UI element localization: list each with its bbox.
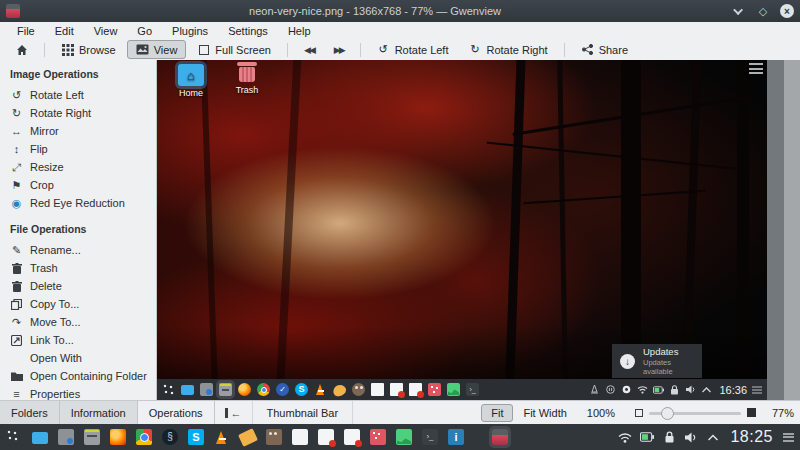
sidebar-rotate-right[interactable]: ↻Rotate Right — [10, 104, 156, 122]
sidebar-crop[interactable]: ⚑Crop — [10, 176, 156, 194]
menu-edit[interactable]: Edit — [46, 24, 83, 38]
rotate-right-icon: ↻ — [10, 107, 23, 120]
titlebar: neon-very-nice.png - 1366x768 - 77% — Gw… — [0, 0, 800, 22]
copy-icon — [10, 299, 23, 310]
slider-handle[interactable] — [661, 407, 674, 420]
info-app-icon[interactable]: i — [448, 429, 464, 445]
vlc-icon[interactable] — [214, 429, 230, 445]
browse-button[interactable]: Browse — [52, 40, 125, 59]
screenshot-tool-icon[interactable] — [58, 429, 74, 445]
tab-information[interactable]: Information — [60, 401, 138, 424]
share-label: Share — [599, 44, 628, 56]
text-document-icon[interactable] — [292, 429, 308, 445]
panel-menu-icon[interactable] — [783, 433, 794, 442]
gwenview-icon[interactable] — [492, 429, 508, 445]
battery-icon — [653, 384, 664, 395]
menu-settings[interactable]: Settings — [219, 24, 277, 38]
menu-go[interactable]: Go — [128, 24, 161, 38]
sidebar-link-to[interactable]: Link To... — [10, 331, 156, 349]
tree-branch — [523, 190, 706, 205]
minimize-button[interactable] — [732, 4, 746, 18]
gimp-icon[interactable] — [266, 429, 282, 445]
chrome-icon[interactable] — [136, 429, 152, 445]
home-button[interactable] — [6, 40, 37, 59]
browse-grid-icon — [61, 43, 74, 56]
share-button[interactable]: Share — [572, 40, 637, 59]
sidebar-item-label: Resize — [30, 161, 64, 173]
sidebar-mirror[interactable]: ↔Mirror — [10, 122, 156, 140]
menu-plugins[interactable]: Plugins — [163, 24, 217, 38]
toolbar-separator — [564, 43, 565, 57]
properties-icon: ≡ — [10, 388, 23, 400]
menu-help[interactable]: Help — [279, 24, 320, 38]
toolbar-separator — [360, 43, 361, 57]
fit-width-button[interactable]: Fit Width — [513, 404, 576, 422]
image-view[interactable]: ⌂ Home Trash ↓ Updates Updates available — [157, 60, 800, 400]
fit-button[interactable]: Fit — [481, 404, 513, 422]
red-eye-icon: ◉ — [10, 197, 23, 210]
sidebar-properties[interactable]: ≡Properties — [10, 385, 156, 400]
tab-label: Information — [71, 407, 126, 419]
tab-label: Folders — [11, 407, 48, 419]
network-icon[interactable] — [618, 430, 632, 444]
volume-icon[interactable] — [684, 430, 698, 444]
next-image-button[interactable]: ▶▶ — [325, 40, 353, 59]
banana-app-icon — [331, 382, 347, 397]
main-toolbar: Browse View Full Screen ◀◀ ▶▶ ↺ Rotate L… — [0, 39, 800, 60]
caret-up-icon[interactable] — [706, 430, 720, 444]
sidebar-open-with[interactable]: Open With — [10, 349, 156, 367]
zoom-slider[interactable] — [649, 406, 741, 420]
menu-view[interactable]: View — [85, 24, 127, 38]
sidebar-trash[interactable]: Trash — [10, 259, 156, 277]
fullscreen-button[interactable]: Full Screen — [188, 40, 280, 59]
document-view-icon[interactable] — [344, 429, 360, 445]
sidebar-item-label: Flip — [30, 143, 48, 155]
red-grid-app-icon[interactable] — [370, 429, 386, 445]
sidebar-move-to[interactable]: ↷Move To... — [10, 313, 156, 331]
steam-icon[interactable] — [162, 429, 178, 445]
window-list-icon[interactable] — [32, 432, 48, 444]
viewer-context-menu-icon[interactable] — [749, 63, 763, 74]
thumbnail-bar-button[interactable]: Thumbnail Bar — [253, 401, 354, 424]
zoom-in-icon[interactable] — [747, 408, 756, 417]
system-monitor-icon[interactable] — [396, 429, 412, 445]
zoom-out-icon[interactable] — [635, 409, 643, 417]
previous-image-button[interactable]: ◀◀ — [295, 40, 323, 59]
firefox-icon — [238, 383, 251, 396]
app-launcher-icon[interactable] — [6, 429, 22, 445]
sidebar-item-label: Delete — [30, 280, 62, 292]
tab-operations[interactable]: Operations — [138, 401, 215, 424]
terminal-icon[interactable]: ›_ — [422, 429, 438, 445]
view-button[interactable]: View — [127, 40, 187, 59]
rotate-right-button[interactable]: ↻ Rotate Right — [460, 40, 557, 59]
zoom-100-button[interactable]: 100% — [577, 404, 625, 422]
sidebar-tabs: Folders Information Operations — [0, 401, 215, 424]
file-manager-icon[interactable] — [84, 429, 100, 445]
rotate-left-button[interactable]: ↺ Rotate Left — [368, 40, 458, 59]
sidebar-open-containing-folder[interactable]: Open Containing Folder — [10, 367, 156, 385]
menu-file[interactable]: File — [8, 24, 44, 38]
banana-app-icon[interactable] — [238, 428, 258, 447]
scrollbar-track[interactable] — [784, 60, 800, 400]
notification-title: Updates — [643, 346, 694, 358]
link-icon — [10, 335, 23, 346]
battery-icon[interactable] — [640, 430, 654, 444]
skype-icon[interactable]: S — [188, 429, 204, 445]
document-edit-icon[interactable] — [318, 429, 334, 445]
maximize-button[interactable]: ◇ — [756, 4, 770, 18]
sidebar-rotate-left[interactable]: ↺Rotate Left — [10, 86, 156, 104]
lock-icon[interactable] — [662, 430, 676, 444]
toggle-sidebar-button[interactable]: ← — [215, 401, 253, 424]
sidebar-delete[interactable]: Delete — [10, 277, 156, 295]
sidebar-item-label: Move To... — [30, 316, 81, 328]
sidebar-resize[interactable]: ⤢Resize — [10, 158, 156, 176]
sidebar-rename[interactable]: ✎Rename... — [10, 241, 156, 259]
tab-folders[interactable]: Folders — [0, 401, 60, 424]
sidebar-red-eye-reduction[interactable]: ◉Red Eye Reduction — [10, 194, 156, 212]
sidebar-copy-to[interactable]: Copy To... — [10, 295, 156, 313]
vertical-scrollbar[interactable] — [767, 60, 784, 400]
close-button[interactable]: × — [780, 4, 794, 18]
sidebar-flip[interactable]: ↕Flip — [10, 140, 156, 158]
firefox-icon[interactable] — [110, 429, 126, 445]
resize-icon: ⤢ — [10, 161, 23, 174]
